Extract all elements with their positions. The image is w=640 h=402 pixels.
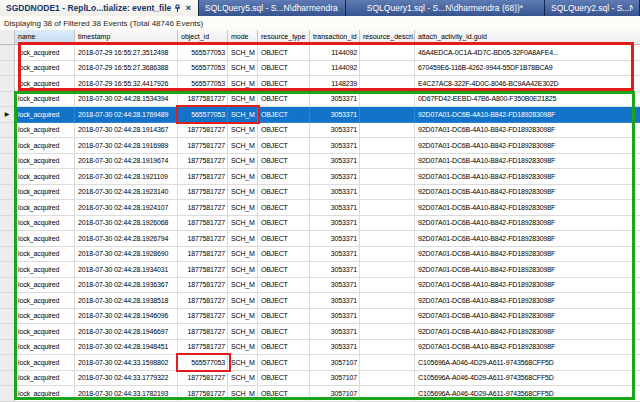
row-selector-cell[interactable] (0, 76, 15, 92)
cell-mode[interactable]: SCH_M (228, 231, 258, 247)
cell-mode[interactable]: SCH_M (228, 309, 258, 325)
cell-attach-activity-id-guid[interactable]: 92D07A01-DC6B-4A10-B842-FD189283098F (415, 309, 640, 325)
cell-attach-activity-id-guid[interactable]: E4C27AC8-322F-4D0C-8046-BC9AA42E302D (415, 76, 640, 92)
cell-mode[interactable]: SCH_M (228, 386, 258, 402)
cell-resource-description[interactable] (360, 123, 415, 139)
row-selector-cell[interactable] (0, 355, 15, 371)
cell-object-id[interactable]: 1877581727 (178, 216, 228, 232)
cell-resource-type[interactable]: OBJECT (258, 355, 310, 371)
cell-resource-type[interactable]: OBJECT (258, 324, 310, 340)
cell-object-id[interactable]: 1877581727 (178, 293, 228, 309)
row-selector-cell[interactable] (0, 293, 15, 309)
cell-name[interactable]: lock_acquired (15, 355, 75, 371)
column-header-resource-type[interactable]: resource_type (258, 30, 310, 45)
cell-name[interactable]: lock_acquired (15, 200, 75, 216)
cell-resource-type[interactable]: OBJECT (258, 92, 310, 108)
column-header-resource-description[interactable]: resource_descri... (360, 30, 415, 45)
column-header-transaction-id[interactable]: transaction_id (310, 30, 360, 45)
cell-object-id[interactable]: 1877581727 (178, 231, 228, 247)
cell-resource-description[interactable] (360, 169, 415, 185)
cell-attach-activity-id-guid[interactable]: 92D07A01-DC6B-4A10-B842-FD189283098F (415, 138, 640, 154)
cell-resource-description[interactable] (360, 355, 415, 371)
cell-attach-activity-id-guid[interactable]: 92D07A01-DC6B-4A10-B842-FD189283098F (415, 169, 640, 185)
cell-mode[interactable]: SCH_M (228, 107, 258, 123)
cell-resource-description[interactable] (360, 154, 415, 170)
cell-object-id[interactable]: 1877581727 (178, 200, 228, 216)
cell-resource-description[interactable] (360, 61, 415, 77)
cell-transaction-id[interactable]: 3053371 (310, 123, 360, 139)
cell-transaction-id[interactable]: 3057107 (310, 355, 360, 371)
cell-object-id[interactable]: 565577053 (178, 61, 228, 77)
cell-resource-type[interactable]: OBJECT (258, 278, 310, 294)
cell-name[interactable]: lock_acquired (15, 262, 75, 278)
cell-attach-activity-id-guid[interactable]: 92D07A01-DC6B-4A10-B842-FD189283098F (415, 231, 640, 247)
cell-resource-description[interactable] (360, 200, 415, 216)
cell-resource-description[interactable] (360, 76, 415, 92)
cell-name[interactable]: lock_acquired (15, 371, 75, 387)
cell-mode[interactable]: SCH_M (228, 355, 258, 371)
cell-object-id[interactable]: 1877581727 (178, 340, 228, 356)
cell-name[interactable]: lock_acquired (15, 76, 75, 92)
table-row[interactable]: lock_acquired 2018-07-30 02:44:28.192869… (0, 247, 640, 263)
cell-resource-type[interactable]: OBJECT (258, 231, 310, 247)
cell-resource-type[interactable]: OBJECT (258, 386, 310, 402)
row-selector-cell[interactable] (0, 123, 15, 139)
cell-timestamp[interactable]: 2018-07-30 02:44:28.1936367 (75, 278, 178, 294)
cell-mode[interactable]: SCH_M (228, 45, 258, 61)
table-row[interactable]: lock_acquired 2018-07-29 16:55:32.441792… (0, 76, 640, 92)
cell-object-id[interactable]: 1877581727 (178, 386, 228, 402)
cell-mode[interactable]: SCH_M (228, 185, 258, 201)
cell-transaction-id[interactable]: 3053371 (310, 107, 360, 123)
row-selector-cell[interactable] (0, 371, 15, 387)
cell-mode[interactable]: SCH_M (228, 138, 258, 154)
row-selector-cell[interactable] (0, 231, 15, 247)
cell-timestamp[interactable]: 2018-07-30 02:44:28.1946697 (75, 324, 178, 340)
cell-attach-activity-id-guid[interactable]: 92D07A01-DC6B-4A10-B842-FD189283098F (415, 293, 640, 309)
cell-resource-description[interactable] (360, 138, 415, 154)
cell-attach-activity-id-guid[interactable]: C105696A-A046-4D29-A611-9743568CFF5D (415, 355, 640, 371)
cell-resource-description[interactable] (360, 107, 415, 123)
cell-attach-activity-id-guid[interactable]: 92D07A01-DC6B-4A10-B842-FD189283098F (415, 247, 640, 263)
row-selector-cell[interactable] (0, 309, 15, 325)
cell-resource-type[interactable]: OBJECT (258, 371, 310, 387)
cell-object-id[interactable]: 1877581727 (178, 123, 228, 139)
column-header-attach-activity-id-guid[interactable]: attach_activity_id.guid (415, 30, 640, 45)
table-row[interactable]: lock_acquired 2018-07-30 02:44:28.193636… (0, 278, 640, 294)
cell-timestamp[interactable]: 2018-07-30 02:44:28.1928690 (75, 247, 178, 263)
cell-object-id[interactable]: 1877581727 (178, 309, 228, 325)
cell-timestamp[interactable]: 2018-07-30 02:44:28.1938518 (75, 293, 178, 309)
cell-object-id[interactable]: 565577053 (178, 355, 228, 371)
cell-attach-activity-id-guid[interactable]: 92D07A01-DC6B-4A10-B842-FD189283098F (415, 200, 640, 216)
cell-name[interactable]: lock_acquired (15, 340, 75, 356)
cell-mode[interactable]: SCH_M (228, 247, 258, 263)
table-row[interactable]: ▶ lock_acquired 2018-07-30 02:44:28.1769… (0, 107, 640, 123)
row-selector-cell[interactable] (0, 138, 15, 154)
tab-sqlquery5[interactable]: SQLQuery5.sql - S...N\dharmendra (55))* (199, 0, 346, 16)
tab-event-file-viewer[interactable]: SGDDNODE1 - ReplLo...tialize: event_file… (0, 0, 199, 16)
row-selector-cell[interactable] (0, 386, 15, 402)
row-selector-cell[interactable] (0, 247, 15, 263)
cell-timestamp[interactable]: 2018-07-30 02:44:28.1926068 (75, 216, 178, 232)
cell-name[interactable]: lock_acquired (15, 216, 75, 232)
table-row[interactable]: lock_acquired 2018-07-29 16:55:27.368638… (0, 61, 640, 77)
cell-name[interactable]: lock_acquired (15, 231, 75, 247)
cell-transaction-id[interactable]: 1144092 (310, 45, 360, 61)
cell-mode[interactable]: SCH_M (228, 216, 258, 232)
cell-object-id[interactable]: 1877581727 (178, 247, 228, 263)
cell-object-id[interactable]: 565577053 (178, 76, 228, 92)
cell-timestamp[interactable]: 2018-07-29 16:55:32.4417926 (75, 76, 178, 92)
close-icon[interactable]: × (185, 4, 192, 13)
cell-mode[interactable]: SCH_M (228, 262, 258, 278)
row-selector-cell[interactable] (0, 185, 15, 201)
cell-timestamp[interactable]: 2018-07-30 02:44:33.1598802 (75, 355, 178, 371)
cell-timestamp[interactable]: 2018-07-30 02:44:28.1946096 (75, 309, 178, 325)
cell-mode[interactable]: SCH_M (228, 293, 258, 309)
table-row[interactable]: lock_acquired 2018-07-30 02:44:33.178219… (0, 386, 640, 402)
row-selector-cell[interactable] (0, 61, 15, 77)
cell-object-id[interactable]: 1877581727 (178, 262, 228, 278)
cell-mode[interactable]: SCH_M (228, 200, 258, 216)
cell-mode[interactable]: SCH_M (228, 169, 258, 185)
cell-object-id[interactable]: 1877581727 (178, 138, 228, 154)
cell-timestamp[interactable]: 2018-07-30 02:44:28.1923140 (75, 185, 178, 201)
cell-resource-type[interactable]: OBJECT (258, 61, 310, 77)
